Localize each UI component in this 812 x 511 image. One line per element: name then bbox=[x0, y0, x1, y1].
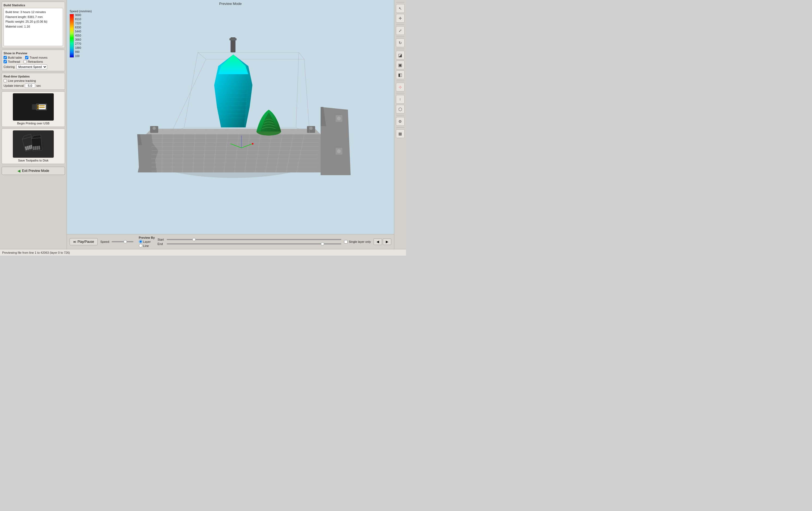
svg-marker-23 bbox=[138, 134, 329, 173]
grid-icon: ▦ bbox=[398, 131, 402, 136]
play-pause-icon: ⏯ bbox=[73, 240, 77, 244]
svg-marker-83 bbox=[198, 52, 304, 59]
update-interval-input[interactable] bbox=[25, 84, 35, 88]
begin-printing-card[interactable]: Begin Printing over USB bbox=[2, 91, 65, 127]
axes-button[interactable]: ⊹ bbox=[396, 83, 405, 91]
svg-point-57 bbox=[337, 149, 341, 153]
line-radio[interactable] bbox=[139, 244, 142, 247]
play-pause-label: Play/Pause bbox=[78, 240, 94, 244]
build-statistics-section: Build Statistics Build time: 3 hours 12 … bbox=[2, 2, 65, 48]
speed-label: Speed: bbox=[100, 240, 110, 243]
single-layer-section: Single layer only bbox=[344, 240, 371, 244]
svg-line-84 bbox=[184, 52, 198, 127]
select-icon: ↖ bbox=[399, 6, 402, 11]
svg-point-55 bbox=[337, 117, 341, 120]
preview-by-title: Preview By bbox=[139, 236, 155, 239]
layer-radio-row: Layer bbox=[139, 240, 155, 243]
speed-control: Speed: bbox=[100, 240, 134, 243]
side-icon: ◧ bbox=[398, 72, 402, 78]
exit-arrow-icon: ◀ bbox=[18, 169, 21, 173]
perspective-icon: ⬡ bbox=[398, 107, 402, 112]
perspective-button[interactable]: ⬡ bbox=[396, 105, 405, 114]
rotate-icon: ↻ bbox=[399, 41, 402, 45]
exit-preview-label: Exit Preview Mode bbox=[22, 169, 49, 173]
stats-box: Build time: 3 hours 12 minutes Filament … bbox=[4, 8, 63, 46]
iso-icon: ◪ bbox=[398, 53, 402, 58]
filament-length-stat: Filament length: 8381.7 mm bbox=[5, 15, 61, 20]
rotate-button[interactable]: ↻ bbox=[396, 38, 405, 47]
retractions-checkbox[interactable] bbox=[24, 60, 27, 63]
play-pause-button[interactable]: ⏯ Play/Pause bbox=[69, 238, 98, 245]
move-tool-button[interactable]: ✛ bbox=[396, 14, 405, 23]
show-in-preview-title: Show in Preview bbox=[4, 52, 63, 55]
svg-rect-21 bbox=[38, 146, 40, 150]
end-label: End bbox=[157, 242, 165, 245]
settings-button[interactable]: ⚙ bbox=[396, 117, 405, 126]
svg-marker-91 bbox=[218, 55, 248, 74]
viewport-title: Preview Mode bbox=[67, 0, 394, 7]
layer-radio[interactable] bbox=[139, 240, 142, 243]
maximize-button[interactable]: ⤢ bbox=[396, 26, 405, 35]
save-toolpaths-card[interactable]: Save Toolpaths to Disk bbox=[2, 128, 65, 164]
coloring-select[interactable]: Movement Speed Feature Type Layer bbox=[17, 64, 47, 69]
main-container: Build Statistics Build time: 3 hours 12 … bbox=[0, 0, 406, 249]
exit-preview-button[interactable]: ◀ Exit Preview Mode bbox=[2, 167, 65, 175]
move-icon: ✛ bbox=[399, 16, 402, 21]
travel-moves-label: Travel moves bbox=[29, 56, 48, 59]
show-in-preview-section: Show in Preview Build table Travel moves… bbox=[2, 50, 65, 71]
svg-rect-0 bbox=[17, 105, 33, 109]
single-layer-checkbox[interactable] bbox=[344, 240, 348, 244]
end-slider[interactable] bbox=[167, 243, 341, 244]
toolhead-label: Toolhead bbox=[8, 60, 20, 63]
update-interval-unit: sec bbox=[36, 84, 41, 87]
line-radio-label: Line bbox=[143, 244, 149, 247]
front-icon: ▣ bbox=[398, 62, 402, 68]
svg-rect-18 bbox=[33, 146, 35, 150]
viewport-area: Preview Mode Speed (mm/min) 9000 8110 72… bbox=[67, 0, 394, 249]
toolbar-divider-1 bbox=[396, 24, 404, 25]
toolbar-divider-3 bbox=[396, 49, 404, 49]
viewport-3d[interactable]: Speed (mm/min) 9000 8110 7220 6330 5440 … bbox=[67, 7, 394, 234]
live-preview-label: Live preview tracking bbox=[8, 79, 36, 82]
live-preview-checkbox[interactable] bbox=[4, 79, 7, 82]
bottom-controls: ⏯ Play/Pause Speed: Preview By Layer L bbox=[67, 234, 394, 249]
3d-scene-svg bbox=[97, 31, 364, 211]
start-label: Start bbox=[157, 238, 165, 241]
status-text: Previewing file from line 1 to 42063 (la… bbox=[2, 251, 70, 254]
toolbar-divider-5 bbox=[396, 93, 404, 93]
preview-by-section: Preview By Layer Line bbox=[139, 236, 155, 247]
coloring-label: Coloring bbox=[4, 65, 15, 68]
toolhead-row: Toolhead Retractions bbox=[4, 60, 63, 63]
usb-connector-svg bbox=[17, 96, 50, 118]
front-view-button[interactable]: ▣ bbox=[396, 61, 405, 69]
start-slider[interactable] bbox=[167, 239, 341, 240]
up-arrow-button[interactable]: ↑ bbox=[396, 95, 405, 104]
next-layer-button[interactable]: ▶ bbox=[383, 238, 391, 245]
select-tool-button[interactable]: ↖ bbox=[396, 4, 405, 13]
travel-moves-checkbox[interactable] bbox=[25, 56, 28, 59]
retractions-label: Retractions bbox=[28, 60, 43, 63]
up-arrow-icon: ↑ bbox=[399, 97, 401, 101]
speed-slider[interactable] bbox=[112, 241, 134, 242]
grid-view-button[interactable]: ▦ bbox=[396, 129, 405, 138]
material-cost-stat: Material cost: 1.16 bbox=[5, 24, 61, 29]
nav-buttons: ◀ ▶ bbox=[374, 238, 391, 245]
plastic-weight-stat: Plastic weight: 25.20 g (0.06 lb) bbox=[5, 19, 61, 24]
svg-rect-4 bbox=[37, 105, 39, 106]
toolhead-checkbox[interactable] bbox=[4, 60, 7, 63]
end-row: End bbox=[157, 242, 341, 245]
settings-icon: ⚙ bbox=[398, 119, 402, 124]
svg-point-48 bbox=[310, 127, 313, 130]
svg-line-87 bbox=[171, 59, 206, 134]
svg-line-85 bbox=[296, 52, 299, 127]
svg-rect-8 bbox=[39, 105, 45, 106]
build-table-row: Build table Travel moves bbox=[4, 56, 63, 59]
toolbar-divider-7 bbox=[396, 127, 404, 128]
build-statistics-title: Build Statistics bbox=[4, 4, 63, 7]
usb-image bbox=[13, 93, 54, 121]
save-toolpaths-label: Save Toolpaths to Disk bbox=[18, 159, 49, 162]
side-view-button[interactable]: ◧ bbox=[396, 70, 405, 79]
build-table-checkbox[interactable] bbox=[4, 56, 7, 59]
iso-view-button[interactable]: ◪ bbox=[396, 51, 405, 59]
prev-layer-button[interactable]: ◀ bbox=[374, 238, 382, 245]
